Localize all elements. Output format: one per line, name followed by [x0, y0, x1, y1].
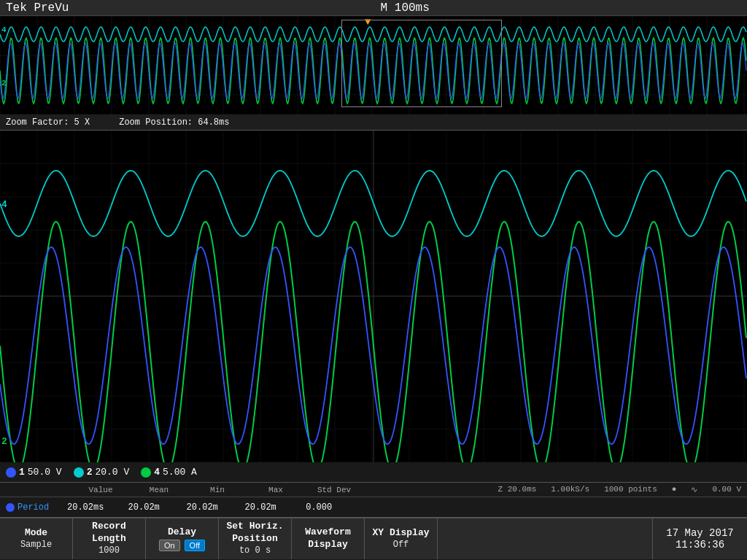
scale-bar: 1 50.0 V 2 20.0 V 4 5.00 A — [0, 462, 747, 483]
ch4-number: 4 — [154, 467, 160, 478]
meas-col-value: Value — [71, 486, 130, 494]
meas-ch1: Period — [6, 502, 49, 513]
mode-button[interactable]: Mode Sample — [0, 518, 73, 559]
ch1-scale-value: 50.0 V — [28, 467, 62, 478]
record-length-button[interactable]: Record Length 1000 — [73, 518, 146, 559]
ch4-scale: 4 5.00 A — [141, 467, 197, 478]
main-waveform-area — [0, 131, 747, 462]
ch2-scale-value: 20.0 V — [95, 467, 129, 478]
brand-label: Tek PreVu — [6, 1, 69, 15]
meas-right-header: Z 20.0ms 1.00kS/s 1000 points ● ∿ 0.00 V — [498, 485, 741, 494]
sample-rate: 1.00kS/s — [551, 485, 589, 494]
meas-min: 20.02m — [173, 502, 231, 513]
datetime: 17 May 2017 11:36:36 — [652, 518, 747, 559]
xy-display-sub: Off — [393, 540, 409, 551]
set-horiz-button[interactable]: Set Horiz. Position to 0 s — [219, 518, 292, 559]
meas-max: 20.02m — [231, 502, 290, 513]
overview-canvas — [0, 16, 747, 114]
top-bar: Tek PreVu M 100ms — [0, 0, 747, 16]
date-label: 17 May 2017 — [666, 527, 733, 539]
zoom-position: Zoom Position: 64.8ms — [119, 117, 229, 128]
xy-display-button[interactable]: XY Display Off — [365, 518, 438, 559]
overview-area: ▼ — [0, 16, 747, 114]
set-horiz-title: Set Horiz. — [226, 521, 283, 533]
ch1-scale: 1 50.0 V — [6, 467, 62, 478]
meas-period-label: Period — [18, 502, 49, 513]
timebase-label: M 100ms — [381, 1, 430, 15]
meas-header: Value Mean Min Max Std Dev Z 20.0ms 1.00… — [0, 483, 747, 497]
z-time: Z 20.0ms — [498, 485, 537, 494]
time-label: 11:36:36 — [676, 539, 724, 551]
ch1-voltage: 0.00 V — [712, 485, 741, 494]
ch1-dot — [6, 467, 16, 478]
delay-button[interactable]: Delay On Off — [146, 518, 219, 559]
meas-col-stddev: Std Dev — [305, 486, 363, 494]
waveform-display-title2: Display — [308, 539, 348, 551]
ch2-number: 2 — [87, 467, 93, 478]
xy-display-title: XY Display — [372, 527, 429, 540]
record-length-title: Record — [92, 521, 126, 533]
bottom-bar: Mode Sample Record Length 1000 Delay On … — [0, 518, 747, 559]
record-length-title2: Length — [92, 533, 126, 545]
main-canvas — [0, 131, 747, 462]
ch4-scale-value: 5.00 A — [163, 467, 197, 478]
meas-stddev: 0.000 — [290, 502, 348, 513]
meas-value: 20.02ms — [56, 502, 115, 513]
set-horiz-title2: Position — [232, 533, 277, 545]
mode-title: Mode — [25, 527, 47, 540]
waveform-display-button[interactable]: Waveform Display — [292, 518, 365, 559]
zoom-bar: Zoom Factor: 5 X Zoom Position: 64.8ms — [0, 114, 747, 131]
meas-bar: Period 20.02ms 20.02m 20.02m 20.02m 0.00… — [0, 497, 747, 518]
ch1-number: 1 — [19, 467, 25, 478]
mode-sub: Sample — [20, 540, 52, 551]
delay-on-btn[interactable]: On — [159, 540, 180, 551]
record-length-sub: 1000 — [98, 545, 120, 557]
delay-off-btn[interactable]: Off — [185, 540, 205, 551]
set-horiz-sub: to 0 s — [239, 545, 271, 557]
ch1-symbol: ● — [672, 485, 677, 494]
waveform-display-title: Waveform — [305, 526, 350, 539]
meas-col-mean: Mean — [130, 486, 188, 494]
zoom-factor: Zoom Factor: 5 X — [6, 117, 90, 128]
ch1-wave-symbol: ∿ — [691, 485, 697, 494]
meas-col-min: Min — [188, 486, 247, 494]
delay-toggle[interactable]: On Off — [159, 540, 205, 551]
points: 1000 points — [604, 485, 657, 494]
meas-col-max: Max — [247, 486, 305, 494]
trigger-marker: ▼ — [365, 16, 371, 28]
ch4-dot — [141, 467, 151, 478]
meas-ch1-dot — [6, 503, 15, 512]
ch2-scale: 2 20.0 V — [74, 467, 130, 478]
ch2-dot — [74, 467, 84, 478]
delay-title: Delay — [168, 526, 196, 539]
meas-mean: 20.02m — [115, 502, 173, 513]
